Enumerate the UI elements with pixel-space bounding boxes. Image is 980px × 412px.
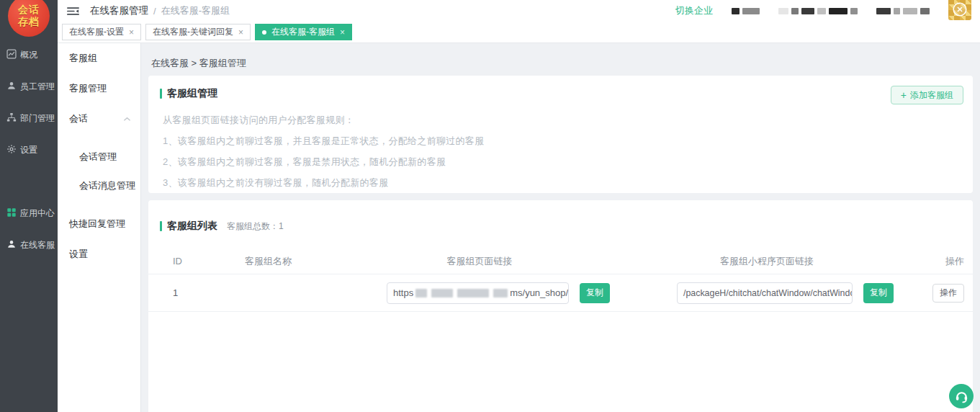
group-total-value: 1 bbox=[279, 221, 284, 231]
help-fab-button[interactable] bbox=[949, 384, 974, 408]
tab-label: 在线客服-关键词回复 bbox=[153, 26, 233, 38]
sidebar-item-overview[interactable]: 概况 bbox=[0, 39, 58, 71]
submenu-item-service-mgmt[interactable]: 客服管理 bbox=[58, 73, 140, 104]
copy-mini-link-button[interactable]: 复制 bbox=[863, 283, 894, 303]
sidebar-item-online-service[interactable]: 在线客服 bbox=[0, 229, 58, 261]
app-window: 概况 员工管理 部门管理 设置 应用中心 在线客服 会话 存档 bbox=[0, 0, 980, 412]
submenu-label: 会话 bbox=[69, 112, 88, 125]
redacted-text bbox=[778, 8, 858, 14]
column-header-name: 客服组名称 bbox=[245, 255, 387, 268]
submenu-item-quick-reply[interactable]: 快捷回复管理 bbox=[58, 209, 140, 239]
cell-page-link: https ms/yun_shop/?m 复制 bbox=[387, 282, 624, 304]
group-total: 客服组总数：1 bbox=[227, 220, 284, 233]
column-header-page-link: 客服组页面链接 bbox=[387, 255, 624, 268]
switch-company-link[interactable]: 切换企业 bbox=[675, 4, 713, 17]
cell-action: 操作 bbox=[894, 284, 973, 303]
assignment-rules: 从客服组页面链接访问的用户分配客服规则： 1、该客服组内之前聊过客服，并且客服是… bbox=[148, 114, 973, 189]
close-icon[interactable]: × bbox=[340, 28, 345, 37]
breadcrumb-current: 在线客服-客服组 bbox=[161, 4, 230, 17]
redacted-text bbox=[732, 8, 760, 14]
close-icon[interactable]: × bbox=[129, 28, 134, 37]
online-service-icon bbox=[6, 239, 17, 251]
title-accent-bar bbox=[160, 89, 162, 99]
submenu-label: 客服组 bbox=[69, 52, 97, 65]
service-group-table: ID 客服组名称 客服组页面链接 客服组小程序页面链接 操作 1 https bbox=[148, 248, 973, 312]
tab-service-group[interactable]: 在线客服-客服组 × bbox=[255, 24, 352, 40]
tab-label: 在线客服-客服组 bbox=[271, 26, 335, 38]
plus-icon: + bbox=[901, 90, 907, 100]
group-list-card: 客服组列表 客服组总数：1 ID 客服组名称 客服组页面链接 客服组小程序页面链… bbox=[148, 200, 973, 412]
sidebar-item-app-center[interactable]: 应用中心 bbox=[0, 197, 58, 229]
menu-fold-icon[interactable] bbox=[67, 6, 79, 16]
group-mgmt-header: 客服组管理 bbox=[148, 76, 973, 100]
sidebar-item-label: 设置 bbox=[20, 144, 37, 156]
sidebar-item-settings[interactable]: 设置 bbox=[0, 134, 58, 166]
submenu-label: 设置 bbox=[69, 248, 88, 261]
apps-icon bbox=[6, 207, 17, 220]
breadcrumb-root[interactable]: 在线客服管理 bbox=[90, 4, 148, 17]
close-icon[interactable]: × bbox=[238, 28, 243, 37]
page-breadcrumb: 在线客服 > 客服组管理 bbox=[141, 43, 980, 70]
submenu-label: 客服管理 bbox=[69, 82, 107, 95]
tab-label: 在线客服-设置 bbox=[69, 26, 124, 38]
sidebar-item-label: 在线客服 bbox=[20, 239, 55, 251]
link-suffix: ms/yun_shop/?m bbox=[510, 287, 569, 298]
secondary-sidebar: 客服组 客服管理 会话 会话管理 会话消息管理 快捷回复管理 设置 bbox=[58, 43, 141, 412]
overview-icon bbox=[6, 49, 17, 61]
row-action-button[interactable]: 操作 bbox=[932, 284, 964, 303]
staff-icon bbox=[6, 81, 17, 93]
redacted-url-part bbox=[431, 289, 453, 297]
link-prefix: https bbox=[393, 287, 413, 298]
sidebar-spacer bbox=[0, 166, 58, 197]
add-button-label: 添加客服组 bbox=[910, 89, 953, 102]
sidebar-item-label: 概况 bbox=[20, 49, 37, 61]
rule-line: 从客服组页面链接访问的用户分配客服规则： bbox=[163, 114, 973, 127]
user-avatar[interactable] bbox=[948, 0, 971, 20]
sidebar-item-label: 部门管理 bbox=[20, 112, 55, 125]
logo-text-line2: 存档 bbox=[18, 16, 40, 28]
redacted-url-part bbox=[415, 289, 427, 297]
mini-link-text: /packageH/chitchat/chatWindow/chatWindow… bbox=[683, 288, 853, 298]
active-dot-icon bbox=[262, 30, 266, 35]
sidebar-item-label: 员工管理 bbox=[20, 81, 55, 93]
redacted-url-part bbox=[457, 289, 489, 297]
mini-link-input[interactable]: /packageH/chitchat/chatWindow/chatWindow… bbox=[677, 282, 853, 304]
gear-icon bbox=[6, 144, 17, 156]
column-header-mini-link: 客服组小程序页面链接 bbox=[624, 255, 894, 268]
tab-keyword-reply[interactable]: 在线客服-关键词回复 × bbox=[145, 24, 251, 40]
add-service-group-button[interactable]: + 添加客服组 bbox=[891, 86, 963, 104]
sidebar-item-department[interactable]: 部门管理 bbox=[0, 102, 58, 134]
redacted-url-part bbox=[493, 289, 508, 297]
session-submenu: 会话管理 会话消息管理 bbox=[58, 134, 140, 209]
top-header: 在线客服管理 / 在线客服-客服组 切换企业 bbox=[58, 0, 980, 22]
tab-bar: 在线客服-设置 × 在线客服-关键词回复 × 在线客服-客服组 × bbox=[58, 22, 980, 43]
card-title: 客服组列表 bbox=[167, 220, 217, 233]
logo-text-line1: 会话 bbox=[18, 4, 40, 16]
chevron-up-icon bbox=[123, 117, 131, 122]
cell-id: 1 bbox=[148, 287, 245, 298]
sidebar-item-label: 应用中心 bbox=[20, 207, 55, 220]
table-row: 1 https ms/yun_shop/?m 复制 bbox=[148, 274, 973, 312]
submenu-item-session-mgmt[interactable]: 会话管理 bbox=[58, 143, 140, 171]
submenu-item-session[interactable]: 会话 bbox=[58, 104, 140, 134]
submenu-item-service-group[interactable]: 客服组 bbox=[58, 43, 140, 73]
cell-mini-link: /packageH/chitchat/chatWindow/chatWindow… bbox=[624, 282, 894, 304]
submenu-label: 快捷回复管理 bbox=[69, 218, 125, 230]
main-content: 在线客服 > 客服组管理 客服组管理 + 添加客服组 从客服组页面链接访问的用户… bbox=[141, 43, 980, 412]
tab-online-service-settings[interactable]: 在线客服-设置 × bbox=[62, 24, 141, 40]
table-header-row: ID 客服组名称 客服组页面链接 客服组小程序页面链接 操作 bbox=[148, 248, 973, 274]
sidebar-item-staff[interactable]: 员工管理 bbox=[0, 71, 58, 102]
group-list-header: 客服组列表 客服组总数：1 bbox=[148, 200, 973, 233]
submenu-label: 会话消息管理 bbox=[79, 179, 135, 192]
breadcrumb-separator: / bbox=[153, 6, 156, 17]
primary-sidebar: 概况 员工管理 部门管理 设置 应用中心 在线客服 bbox=[0, 0, 58, 412]
page-link-input[interactable]: https ms/yun_shop/?m bbox=[387, 282, 569, 304]
rule-line: 3、该客服组内之前没有聊过客服，随机分配新的客服 bbox=[163, 176, 973, 189]
submenu-item-session-message-mgmt[interactable]: 会话消息管理 bbox=[58, 171, 140, 200]
headset-icon bbox=[954, 389, 969, 404]
submenu-item-settings[interactable]: 设置 bbox=[58, 239, 140, 269]
submenu-label: 会话管理 bbox=[79, 151, 117, 164]
close-circle-icon bbox=[952, 1, 968, 17]
redacted-text bbox=[876, 8, 930, 14]
copy-page-link-button[interactable]: 复制 bbox=[580, 283, 610, 303]
